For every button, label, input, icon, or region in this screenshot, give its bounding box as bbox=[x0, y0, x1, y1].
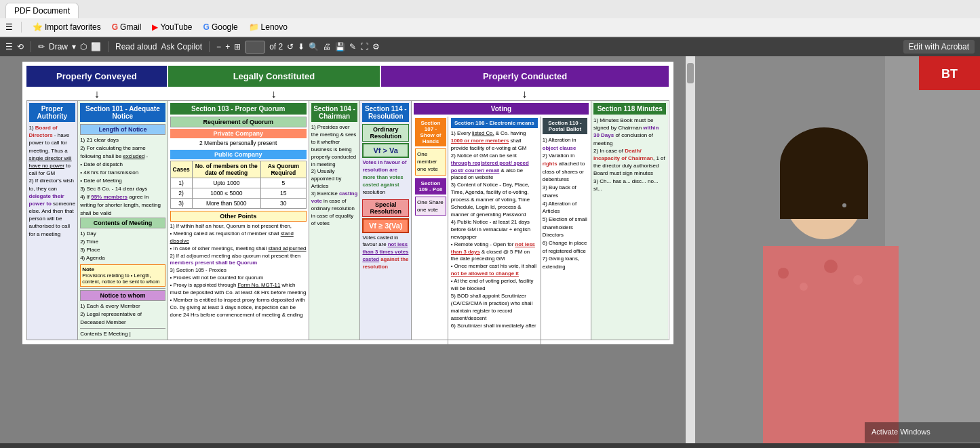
content-row: Proper Authority 1) Board of Directors -… bbox=[26, 100, 669, 340]
fit-icon[interactable]: ⊞ bbox=[234, 42, 241, 52]
arrow-conveyed: ↓ bbox=[26, 88, 168, 100]
voting-title: Voting bbox=[491, 105, 511, 113]
ordinary-formula: Vf > Va bbox=[362, 143, 409, 158]
quorum-3: 30 bbox=[260, 198, 306, 208]
folder-icon: 📁 bbox=[249, 22, 259, 32]
quorum-2: 15 bbox=[260, 188, 306, 198]
postal-header: Section 110 - Postal Ballot bbox=[543, 118, 587, 134]
page-total: of 2 bbox=[269, 42, 283, 52]
edit-acrobat-btn[interactable]: Edit with Acrobat bbox=[903, 40, 975, 54]
sec118-header: Section 118 Minutes bbox=[593, 103, 667, 115]
quorum-1: 5 bbox=[260, 178, 306, 188]
private-company-label: Private Company bbox=[213, 130, 263, 137]
youtube-btn[interactable]: ▶ YouTube bbox=[149, 21, 195, 33]
person-silhouette: BT Activate Windows bbox=[695, 56, 980, 443]
contents-of-meeting-header: Contents of Meeting bbox=[80, 218, 165, 228]
electronic-header: Section 108 - Electronic means bbox=[451, 118, 538, 128]
director-text: single director will have no power bbox=[29, 155, 72, 169]
special-label: Special Resolution bbox=[370, 201, 401, 215]
sec103-header: Section 103 - Proper Quorum bbox=[170, 103, 307, 115]
postal-ballot-col: Section 110 - Postal Ballot 1) Alteratio… bbox=[541, 117, 589, 344]
read-aloud-btn[interactable]: Read aloud bbox=[115, 42, 157, 52]
col-quorum: As Quorum Required bbox=[260, 161, 306, 178]
show-of-hands-content: One member one vote bbox=[415, 148, 446, 176]
draw-label[interactable]: Draw bbox=[49, 42, 68, 52]
zoom-in-icon[interactable]: + bbox=[225, 42, 230, 52]
gmail-btn[interactable]: G Gmail bbox=[109, 21, 144, 33]
svg-text:Activate Windows: Activate Windows bbox=[871, 428, 930, 436]
req-quorum-header: Requirement of Quorum bbox=[170, 117, 307, 127]
scrollbar-thumb[interactable] bbox=[687, 63, 694, 83]
favorites-btn[interactable]: ⭐ Import favorites bbox=[30, 21, 104, 33]
nav-icon[interactable]: ☰ bbox=[5, 22, 13, 32]
lenovo-btn[interactable]: 📁 Lenovo bbox=[246, 21, 290, 33]
pdf-content[interactable]: ICAI Properly Conveyed Legally Constitut… bbox=[0, 56, 695, 443]
main-headers: Properly Conveyed Legally Constituted Pr… bbox=[26, 66, 669, 87]
header-properly-conveyed: Properly Conveyed bbox=[26, 66, 168, 87]
g-icon: G bbox=[112, 22, 118, 32]
voting-header: Voting bbox=[414, 103, 589, 115]
table-row: 3) More than 5000 30 bbox=[170, 198, 306, 208]
public-company-header: Public Company bbox=[170, 150, 307, 159]
rotate-icon[interactable]: ⟲ bbox=[17, 42, 24, 52]
save-icon[interactable]: 💾 bbox=[335, 42, 345, 52]
gmail-label: Gmail bbox=[120, 22, 141, 32]
table-row: 2) 1000 ≤ 5000 15 bbox=[170, 188, 306, 198]
poll-header: Section 109 - Poll bbox=[415, 178, 446, 195]
scrollbar[interactable] bbox=[686, 56, 695, 443]
expand-icon[interactable]: ⛶ bbox=[360, 42, 368, 52]
contents-section: Notice to whom 1) Each & every Member 2)… bbox=[80, 288, 165, 338]
object-clause: object clause bbox=[543, 145, 576, 151]
rights-text: rights bbox=[543, 161, 557, 167]
special-formula: Vf ≥ 3(Va) bbox=[362, 218, 409, 233]
proper-authority-title: Proper Authority bbox=[37, 105, 67, 120]
delegate-text: delegate their power to bbox=[29, 193, 64, 207]
show-of-hands-title: Section 107 - Show of Hands bbox=[420, 120, 441, 144]
casting-vote: casting vote bbox=[311, 190, 357, 204]
person-placeholder: BT Activate Windows bbox=[695, 56, 980, 443]
settings-icon[interactable]: ⚙ bbox=[372, 42, 380, 52]
draw2-icon[interactable]: ✎ bbox=[349, 42, 356, 52]
draw-icon[interactable]: ✏ bbox=[38, 42, 45, 52]
req-quorum-label: Requirement of Quorum bbox=[203, 119, 273, 125]
hamburger-icon[interactable]: ☰ bbox=[5, 42, 13, 52]
copilot-btn[interactable]: Ask Copilot bbox=[161, 42, 202, 52]
search-icon[interactable]: 🔍 bbox=[309, 42, 319, 52]
other-points-content: 1) If within half an hour, Quorum is not… bbox=[170, 223, 307, 319]
eraser-icon[interactable]: ⬡ bbox=[80, 42, 87, 52]
excluded-text: excluded bbox=[123, 153, 144, 159]
show-content-text: One member one vote bbox=[417, 151, 438, 172]
note-box: Note Provisions relating to • Length, co… bbox=[80, 264, 165, 287]
shapes-icon[interactable]: ⬜ bbox=[91, 42, 101, 52]
not-less-3: not less than 3 days bbox=[451, 241, 535, 255]
sec104-header: Section 104 - Chairman bbox=[311, 103, 358, 122]
ordinary-desc: Votes in favour of resolution are more t… bbox=[362, 159, 409, 197]
contents-e-meeting: Contents E Meeting | bbox=[80, 328, 165, 338]
chevron-down-icon[interactable]: ▾ bbox=[72, 42, 76, 52]
proper-authority-header: Proper Authority bbox=[29, 103, 76, 122]
rotate-left-icon[interactable]: ↺ bbox=[287, 42, 294, 52]
col-members: No. of members on the date of meeting bbox=[192, 161, 260, 178]
zoom-out-icon[interactable]: − bbox=[216, 42, 221, 52]
download-icon[interactable]: ⬇ bbox=[298, 42, 305, 52]
listed-co: listed Co. bbox=[472, 130, 494, 136]
stand-adjourned: stand adjourned bbox=[269, 245, 307, 251]
voting-container: Section 107 - Show of Hands One member o… bbox=[414, 117, 589, 344]
browser-tab[interactable]: PDF Document bbox=[5, 3, 79, 18]
favorites-label: Import favorites bbox=[45, 22, 101, 32]
other-points-header: Other Points bbox=[170, 211, 307, 222]
yt-icon: ▶ bbox=[152, 22, 158, 32]
svg-rect-5 bbox=[780, 165, 868, 219]
table-row: 1) Upto 1000 5 bbox=[170, 178, 306, 188]
properly-conveyed-title: Properly Conveyed bbox=[56, 71, 137, 81]
main-area: ICAI Properly Conveyed Legally Constitut… bbox=[0, 56, 980, 443]
sec118-title: Section 118 Minutes bbox=[597, 105, 663, 113]
print-icon[interactable]: 🖨 bbox=[323, 42, 331, 52]
ordinary-label: Ordinary Resolution bbox=[370, 126, 401, 140]
page-number-input[interactable]: 1 bbox=[245, 41, 265, 54]
special-formula-text: Vf ≥ 3(Va) bbox=[369, 222, 402, 230]
case-2: 2) bbox=[170, 188, 192, 198]
private-company-header: Private Company bbox=[170, 129, 307, 138]
poll-content-text: One Share one vote bbox=[417, 199, 444, 213]
google-btn[interactable]: G Google bbox=[201, 21, 241, 33]
